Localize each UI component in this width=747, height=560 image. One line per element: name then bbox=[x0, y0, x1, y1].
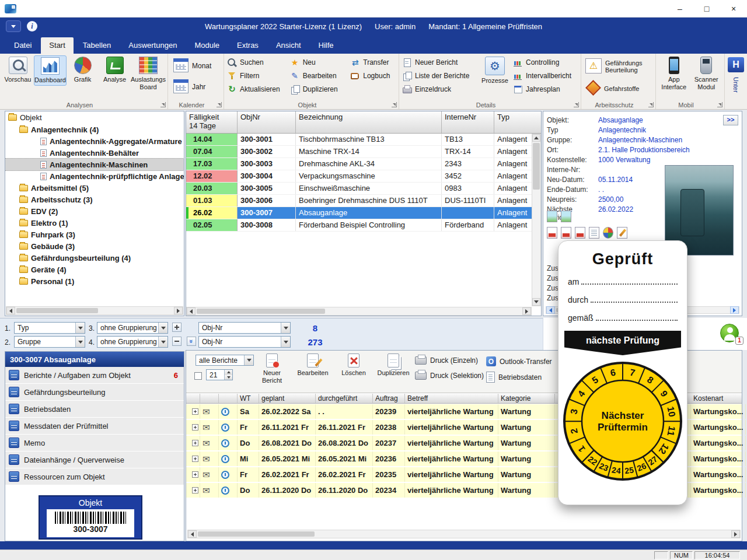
filter2-dropdown[interactable]: Gruppe bbox=[14, 336, 85, 348]
tree-item[interactable]: Anlagentechnik-Aggregate/Armature bbox=[5, 135, 184, 147]
object-table-row[interactable]: 02.05300-3008Förderband Beispiel Control… bbox=[186, 219, 541, 232]
dialog-launcher-icon[interactable] bbox=[717, 102, 723, 108]
edit-attachment-icon[interactable] bbox=[617, 227, 627, 239]
expand-plus-icon[interactable] bbox=[192, 471, 198, 478]
filter1-dropdown[interactable]: Typ bbox=[14, 322, 85, 334]
tree-item[interactable]: Geräte (4) bbox=[5, 264, 184, 275]
menu-tab-ansicht[interactable]: Ansicht bbox=[268, 37, 309, 54]
expand-details-button[interactable]: >> bbox=[723, 115, 738, 125]
detail-value[interactable]: 1000 Verwaltung bbox=[598, 156, 650, 166]
column-header-objnr[interactable]: ObjNr bbox=[238, 111, 296, 133]
detail-value[interactable]: 05.11.2014 bbox=[598, 176, 633, 186]
expand-plus-icon[interactable] bbox=[192, 440, 198, 446]
tree-item[interactable]: Fuhrpark (3) bbox=[5, 229, 184, 240]
tree-item[interactable]: Arbeitsschutz (3) bbox=[5, 194, 184, 205]
auslastungsboard-button[interactable]: Auslastungs Board bbox=[131, 55, 166, 92]
dashboard-button[interactable]: Dashboard bbox=[34, 55, 67, 86]
gefaehrdungsbeurteilung-button[interactable]: ⚠ Gefährdungs Beurteilung bbox=[583, 55, 654, 78]
pdf-attachment-icon[interactable] bbox=[547, 227, 557, 239]
analyse-button[interactable]: Analyse bbox=[99, 55, 131, 85]
gefahrstoffe-button[interactable]: Gefahrstoffe bbox=[583, 78, 654, 100]
tree-item[interactable]: Elektro (1) bbox=[5, 217, 184, 229]
quick-access-chevron-button[interactable] bbox=[6, 20, 21, 32]
menu-tab-start[interactable]: Start bbox=[41, 37, 73, 54]
vorschau-button[interactable]: Vorschau bbox=[2, 55, 34, 85]
expand-plus-icon[interactable] bbox=[192, 408, 198, 415]
detail-value[interactable]: Absauganlage bbox=[598, 116, 643, 126]
dialog-launcher-icon[interactable] bbox=[160, 102, 166, 108]
neu-button[interactable]: ★Neu bbox=[289, 55, 350, 69]
duplicate-report-button[interactable]: Duplizieren bbox=[374, 354, 413, 377]
column-header-durchgefuehrt[interactable]: durchgeführt bbox=[316, 394, 373, 403]
expand-counts-button[interactable]: » bbox=[187, 337, 196, 346]
object-panel-item[interactable]: Memo bbox=[5, 435, 184, 452]
object-table-row[interactable]: 07.04300-3002Maschine TRX-14TRX-14Anlage… bbox=[186, 146, 541, 158]
report-filter-dropdown[interactable]: alle Berichte bbox=[196, 355, 254, 366]
minimize-button[interactable]: – bbox=[666, 0, 693, 17]
support-module-icon[interactable]: H bbox=[728, 57, 744, 72]
scroll-thumb[interactable] bbox=[198, 531, 315, 537]
print-single-button[interactable]: Druck (Einzeln) bbox=[415, 356, 478, 365]
suchen-button[interactable]: Suchen bbox=[226, 55, 289, 69]
report-count-spinner[interactable]: 21 bbox=[206, 369, 233, 380]
scroll-left-button[interactable] bbox=[6, 307, 15, 314]
column-header-faelligkeit[interactable]: Fälligkeit 14 Tage bbox=[186, 111, 238, 133]
tree-item[interactable]: Anlagentechnik (4) bbox=[5, 124, 184, 135]
filtern-button[interactable]: Filtern bbox=[226, 69, 289, 82]
outlook-transfer-button[interactable]: O Outlook-Transfer bbox=[486, 356, 552, 366]
object-table-row[interactable]: 01.03300-3006Boehringer Drehmaschine DUS… bbox=[186, 195, 541, 207]
scroll-right-button[interactable] bbox=[731, 530, 740, 538]
detail-value[interactable]: Anlagentechnik-Maschinen bbox=[598, 136, 682, 146]
remove-grouping-button[interactable] bbox=[172, 337, 181, 346]
new-report-button[interactable]: Neuer Bericht bbox=[253, 354, 291, 384]
scroll-left-button[interactable] bbox=[546, 306, 555, 314]
tree-horizontal-scrollbar[interactable] bbox=[6, 306, 183, 315]
detail-value[interactable]: 2.1. Halle Produktionsbereich bbox=[598, 146, 690, 156]
controlling-button[interactable]: Controlling bbox=[512, 55, 577, 69]
bearbeiten-button[interactable]: ✎Bearbeiten bbox=[289, 69, 350, 82]
scroll-up-button[interactable] bbox=[532, 134, 540, 142]
operating-data-button[interactable]: Betriebsdaten bbox=[486, 372, 542, 383]
column-header-kategorie[interactable]: Kategorie bbox=[498, 394, 555, 403]
object-table-row[interactable]: 14.04300-3001Tischbohrmaschine TB13TB13A… bbox=[186, 134, 541, 146]
dialog-launcher-icon[interactable] bbox=[573, 102, 580, 108]
tree-item[interactable]: Anlagentechnik-Behälter bbox=[5, 147, 184, 159]
delete-report-button[interactable]: Löschen bbox=[334, 354, 373, 377]
jahr-button[interactable]: Jahr bbox=[170, 76, 222, 97]
palette-attachment-icon[interactable] bbox=[603, 227, 613, 239]
expand-plus-icon[interactable] bbox=[192, 424, 198, 430]
detail-value[interactable]: 2500,00 bbox=[598, 195, 623, 205]
pdf-attachment-icon[interactable] bbox=[561, 227, 571, 239]
intervallbericht-button[interactable]: Intervallbericht bbox=[512, 69, 577, 82]
menu-tab-module[interactable]: Module bbox=[186, 37, 228, 54]
object-table-row[interactable]: 17.03300-3003Drehmaschine AKL-342343Anla… bbox=[186, 158, 541, 170]
objnr-sort-dropdown-1[interactable]: Obj-Nr bbox=[198, 322, 291, 334]
neuer-bericht-button[interactable]: Neuer Bericht bbox=[401, 55, 478, 69]
object-table-row[interactable]: 26.02300-3007AbsauganlageAnlagent bbox=[186, 207, 541, 219]
dialog-launcher-icon[interactable] bbox=[391, 102, 397, 108]
object-panel-item[interactable]: Ressourcen zum Objekt bbox=[5, 468, 184, 485]
grid-header[interactable]: Fälligkeit 14 Tage ObjNr Bezeichnung Int… bbox=[186, 111, 541, 134]
jahresplan-button[interactable]: Jahresplan bbox=[512, 82, 577, 96]
object-panel-item[interactable]: Betriebsdaten bbox=[5, 401, 184, 418]
scroll-thumb[interactable] bbox=[197, 309, 325, 314]
detail-value[interactable]: 26.02.2022 bbox=[598, 205, 633, 215]
dialog-launcher-icon[interactable] bbox=[216, 102, 222, 108]
object-table-row[interactable]: 12.02300-3004Verpackungsmaschine3452Anla… bbox=[186, 170, 541, 183]
liste-der-berichte-button[interactable]: Liste der Berichte bbox=[401, 69, 478, 82]
grid-horizontal-scrollbar[interactable] bbox=[186, 307, 532, 316]
doc-attachment-icon[interactable] bbox=[589, 227, 599, 239]
scroll-right-button[interactable] bbox=[730, 306, 739, 314]
pdf-attachment-icon[interactable] bbox=[575, 227, 585, 239]
menu-tab-datei[interactable]: Datei bbox=[6, 37, 40, 54]
close-button[interactable]: × bbox=[720, 0, 747, 17]
img-attachment-icon[interactable] bbox=[547, 211, 557, 222]
info-icon[interactable]: i bbox=[27, 21, 37, 32]
transfer-button[interactable]: ⇄Transfer bbox=[349, 55, 397, 69]
detail-value[interactable]: . . bbox=[598, 186, 604, 195]
maximize-button[interactable]: □ bbox=[693, 0, 720, 17]
print-selection-button[interactable]: Druck (Selektion) bbox=[415, 372, 484, 380]
spinner-up-button[interactable] bbox=[225, 370, 232, 375]
column-header-wt[interactable]: WT bbox=[238, 394, 259, 403]
filter3-dropdown[interactable]: ohne Gruppierung bbox=[97, 322, 168, 334]
